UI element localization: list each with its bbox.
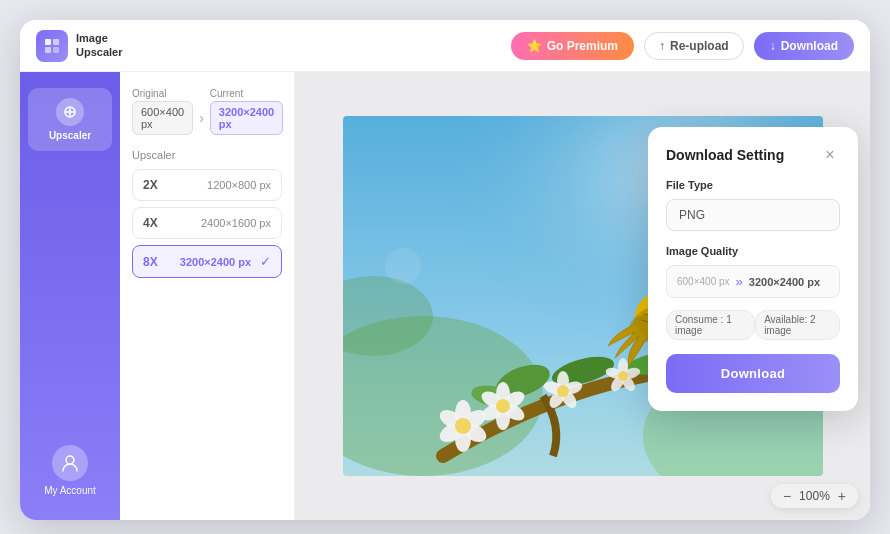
modal-title: Download Setting [666,147,784,163]
star-icon: ⭐ [527,39,542,53]
svg-rect-3 [53,47,59,53]
header: ImageUpscaler ⭐ Go Premium ↑ Re-upload ↓… [20,20,870,72]
current-size-group: Current 3200×2400 px [210,88,283,135]
modal-header: Download Setting × [666,145,840,165]
svg-point-24 [496,399,510,413]
consume-badge: Consume : 1 image [666,310,755,340]
main-layout: Upscaler My Account Original 600×400 px [20,72,870,520]
quality-row: 600×400 px » 3200×2400 px [666,265,840,298]
upscaler-icon [56,98,84,126]
account-avatar [52,445,88,481]
svg-point-66 [455,418,471,434]
upload-icon: ↑ [659,39,665,53]
canvas-area: − 100% + Download Setting × File Type PN… [295,72,870,520]
app-logo-icon [36,30,68,62]
image-quality-label: Image Quality [666,245,840,257]
size-comparison-row: Original 600×400 px › Current 3200×2400 … [132,88,282,135]
download-header-icon: ↓ [770,39,776,53]
svg-rect-2 [45,47,51,53]
svg-point-30 [557,385,569,397]
original-size-badge: 600×400 px [132,101,193,135]
available-badge: Available: 2 image [755,310,840,340]
download-modal: Download Setting × File Type PNG Image Q… [648,127,858,411]
reupload-button[interactable]: ↑ Re-upload [644,32,744,60]
consume-row: Consume : 1 image Available: 2 image [666,310,840,340]
multiplier-8x: 8X [143,255,171,269]
sidebar-account[interactable]: My Account [36,437,104,504]
modal-close-button[interactable]: × [820,145,840,165]
control-panel: Original 600×400 px › Current 3200×2400 … [120,72,295,520]
svg-rect-1 [53,39,59,45]
quality-arrow-icon: » [736,274,743,289]
size-4x: 2400×1600 px [201,217,271,229]
header-buttons: ⭐ Go Premium ↑ Re-upload ↓ Download [511,32,854,60]
upscaler-section-label: Upscaler [132,149,282,161]
svg-rect-0 [45,39,51,45]
svg-point-7 [66,456,74,464]
current-label: Current [210,88,283,99]
quality-result-size: 3200×2400 px [749,276,820,288]
upscale-option-2x[interactable]: 2X 1200×800 px [132,169,282,201]
logo-area: ImageUpscaler [36,30,136,62]
app-window: ImageUpscaler ⭐ Go Premium ↑ Re-upload ↓… [20,20,870,520]
original-label: Original [132,88,193,99]
current-size-badge: 3200×2400 px [210,101,283,135]
sidebar: Upscaler My Account [20,72,120,520]
zoom-out-icon: − [783,488,791,504]
zoom-in-button[interactable]: + [838,488,846,504]
size-8x: 3200×2400 px [180,256,251,268]
sidebar-item-upscaler[interactable]: Upscaler [28,88,112,151]
modal-download-button[interactable]: Download [666,354,840,393]
file-type-value[interactable]: PNG [666,199,840,231]
zoom-bar: − 100% + [771,484,858,508]
sidebar-upscaler-label: Upscaler [49,130,91,141]
arrow-icon: › [199,110,204,126]
quality-section: Image Quality 600×400 px » 3200×2400 px [666,245,840,298]
size-2x: 1200×800 px [207,179,271,191]
file-type-label: File Type [666,179,840,191]
header-download-button[interactable]: ↓ Download [754,32,854,60]
go-premium-button[interactable]: ⭐ Go Premium [511,32,634,60]
zoom-out-button[interactable]: − [783,488,791,504]
zoom-in-icon: + [838,488,846,504]
svg-point-43 [618,371,628,381]
upscale-option-8x[interactable]: 8X 3200×2400 px ✓ [132,245,282,278]
app-name: ImageUpscaler [76,32,122,58]
original-size-group: Original 600×400 px [132,88,193,135]
multiplier-4x: 4X [143,216,171,230]
account-label: My Account [44,485,96,496]
upscale-option-4x[interactable]: 4X 2400×1600 px [132,207,282,239]
zoom-level: 100% [799,489,830,503]
multiplier-2x: 2X [143,178,171,192]
quality-original-size: 600×400 px [677,276,730,287]
svg-point-69 [385,248,421,284]
checkmark-icon: ✓ [260,254,271,269]
